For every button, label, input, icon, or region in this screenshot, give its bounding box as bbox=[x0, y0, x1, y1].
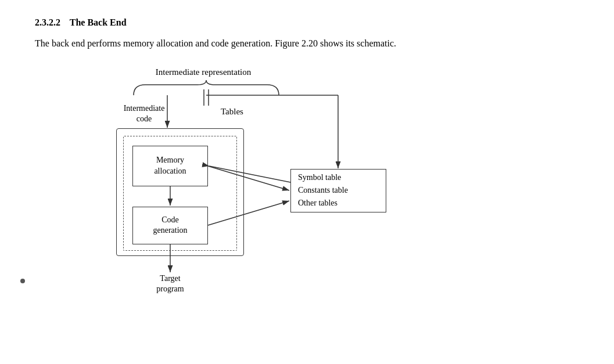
diagram-container: Intermediate representation Intermediate… bbox=[81, 67, 430, 311]
target-program-label: Targetprogram bbox=[144, 273, 196, 294]
section-heading: 2.3.2.2 The Back End bbox=[35, 17, 579, 28]
memory-allocation-box: Memoryallocation bbox=[132, 146, 208, 186]
bullet-dot bbox=[20, 279, 25, 283]
other-tables-label: Other tables bbox=[298, 197, 337, 210]
constants-table-label: Constants table bbox=[298, 184, 348, 197]
section-title: The Back End bbox=[70, 17, 127, 27]
ir-label: Intermediate representation bbox=[128, 67, 279, 77]
symbol-table-label: Symbol table bbox=[298, 171, 341, 184]
center-lines-svg bbox=[202, 89, 211, 107]
tables-box: Symbol table Constants table Other table… bbox=[290, 169, 386, 212]
int-code-label: Intermediatecode bbox=[121, 103, 167, 124]
code-generation-box: Codegeneration bbox=[132, 207, 208, 244]
tables-label: Tables bbox=[221, 107, 243, 117]
section-number: 2.3.2.2 bbox=[35, 17, 60, 27]
body-text: The back end performs memory allocation … bbox=[35, 36, 441, 51]
